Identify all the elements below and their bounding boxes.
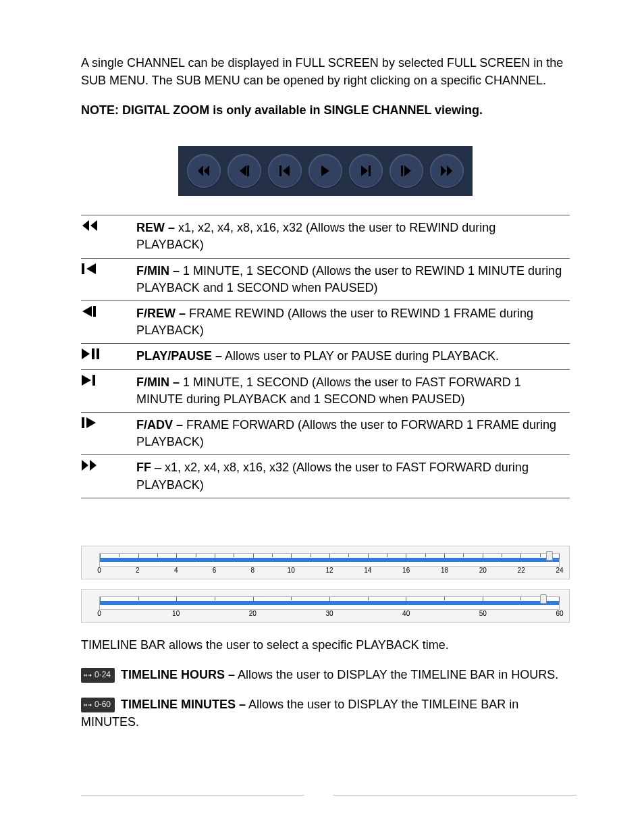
tick-label: 40 <box>402 610 410 617</box>
timeline-tick <box>272 554 273 557</box>
control-description: REW – x1, x2, x4, x8, x16, x32 (Allows t… <box>136 215 570 258</box>
timeline-minutes-chip[interactable]: 0-60 <box>81 698 115 712</box>
timeline-scrubber[interactable] <box>546 551 553 561</box>
control-text: FRAME FORWARD (Allows the user to FORWAR… <box>136 418 556 448</box>
double-left-solid-icon <box>81 215 136 258</box>
timeline-hours-chip-label: 0-24 <box>95 669 111 681</box>
timeline-hours-desc: Allows the user to DISPLAY the TIMELINE … <box>235 668 558 681</box>
bar-right-solid-icon <box>81 412 136 454</box>
tick-label: 2 <box>136 567 140 574</box>
double-left-icon <box>196 163 211 178</box>
control-text: x1, x2, x4, x8, x16, x32 (Allows the use… <box>136 221 495 251</box>
play-pause-button[interactable] <box>308 154 342 188</box>
control-label: FF <box>136 461 151 474</box>
timeline-tick <box>196 554 196 557</box>
tick-label: 6 <box>213 567 217 574</box>
timeline-tick <box>559 597 560 602</box>
playback-toolbar <box>178 146 473 196</box>
timeline-tick <box>119 554 119 557</box>
timeline-tick <box>406 597 406 602</box>
play-icon <box>318 163 333 178</box>
timeline-tick <box>215 597 215 600</box>
timeline-tick <box>138 597 139 600</box>
bar-left-solid-icon <box>81 258 136 301</box>
control-label: F/ADV – <box>136 418 183 432</box>
tick-label: 0 <box>97 567 101 574</box>
timeline-tick <box>329 597 330 602</box>
right-bar-solid-icon <box>81 369 136 412</box>
tick-label: 14 <box>364 567 371 574</box>
timeline-scrubber[interactable] <box>540 594 547 604</box>
tick-label: 30 <box>325 610 333 617</box>
control-label: REW – <box>136 221 175 234</box>
control-description: F/ADV – FRAME FORWARD (Allows the user t… <box>136 412 570 454</box>
frame-forward-button[interactable] <box>390 154 423 188</box>
frame-rewind-button[interactable] <box>227 154 261 188</box>
control-label: F/REW – <box>136 307 186 320</box>
left-bar-icon <box>237 163 252 178</box>
timeline-track[interactable] <box>99 553 560 567</box>
fast-forward-button[interactable] <box>430 154 464 188</box>
table-row: PLAY/PAUSE – Allows user to PLAY or PAUS… <box>81 344 570 369</box>
timeline-tick <box>253 554 254 559</box>
timeline-tick <box>100 554 101 559</box>
timeline-tick <box>520 554 521 559</box>
double-right-icon <box>439 163 454 178</box>
timeline-tick <box>559 554 560 559</box>
bar-right-icon <box>399 163 414 178</box>
timeline-tick <box>463 554 464 557</box>
intro-paragraph: A single CHANNEL can be displayed in FUL… <box>81 54 570 89</box>
timeline-hours-line: 0-24 TIMELINE HOURS – Allows the user to… <box>81 666 570 683</box>
timeline-tick <box>348 554 349 557</box>
rewind-button[interactable] <box>187 154 221 188</box>
timeline-tick <box>291 554 292 559</box>
timeline-hours-label: TIMELINE HOURS – <box>121 668 235 681</box>
minute-back-button[interactable] <box>268 154 302 188</box>
timeline-tick <box>311 554 311 557</box>
control-text: FRAME REWIND (Allows the user to REWIND … <box>136 307 533 337</box>
timeline-tick-labels: 024681012141618202224 <box>99 567 560 576</box>
timeline-panel-0-24[interactable]: 024681012141618202224 <box>81 546 570 579</box>
tick-label: 18 <box>441 567 448 574</box>
timeline-tick <box>100 597 101 602</box>
timeline-minutes-line: 0-60 TIMELINE MINUTES – Allows the user … <box>81 696 570 731</box>
control-description: F/REW – FRAME REWIND (Allows the user to… <box>136 301 570 344</box>
timeline-tick <box>291 597 292 600</box>
tick-label: 4 <box>174 567 178 574</box>
timeline-panel-0-60[interactable]: 0102030405060 <box>81 589 570 623</box>
tick-label: 16 <box>402 567 410 574</box>
tick-label: 20 <box>249 610 257 617</box>
note-text: NOTE: DIGITAL ZOOM is only available in … <box>81 101 570 119</box>
timeline-tick <box>444 597 445 600</box>
timeline-tick <box>138 554 139 559</box>
timeline-tick <box>444 554 445 559</box>
control-label: F/MIN – <box>136 375 180 389</box>
control-label: PLAY/PAUSE – <box>136 349 222 363</box>
tick-label: 20 <box>479 567 487 574</box>
timeline-tick <box>502 554 502 557</box>
control-text: Allows user to PLAY or PAUSE during PLAY… <box>222 349 499 363</box>
table-row: F/MIN – 1 MINUTE, 1 SECOND (Allows the u… <box>81 258 570 301</box>
timeline-tick-labels: 0102030405060 <box>99 610 560 619</box>
timeline-tick <box>368 554 369 559</box>
control-description: F/MIN – 1 MINUTE, 1 SECOND (Allows the u… <box>136 258 570 301</box>
tick-label: 50 <box>479 610 487 617</box>
timeline-hours-chip[interactable]: 0-24 <box>81 668 115 682</box>
table-row: F/REW – FRAME REWIND (Allows the user to… <box>81 301 570 344</box>
minute-forward-button[interactable] <box>349 154 383 188</box>
timeline-tick <box>253 597 254 602</box>
timeline-tick <box>176 554 177 559</box>
tick-label: 10 <box>288 567 295 574</box>
table-row: REW – x1, x2, x4, x8, x16, x32 (Allows t… <box>81 215 570 258</box>
timeline-track[interactable] <box>99 596 560 610</box>
double-right-solid-icon <box>81 455 136 498</box>
control-description: FF – x1, x2, x4, x8, x16, x32 (Allows th… <box>136 455 570 498</box>
tick-label: 24 <box>556 567 563 574</box>
control-description: F/MIN – 1 MINUTE, 1 SECOND (Allows the u… <box>136 369 570 412</box>
timeline-tick <box>157 554 158 557</box>
tick-label: 0 <box>97 610 101 617</box>
bar-left-icon <box>277 163 292 178</box>
timeline-tick <box>368 597 369 600</box>
timeline-tick <box>425 554 426 557</box>
timeline-tick <box>483 554 483 559</box>
